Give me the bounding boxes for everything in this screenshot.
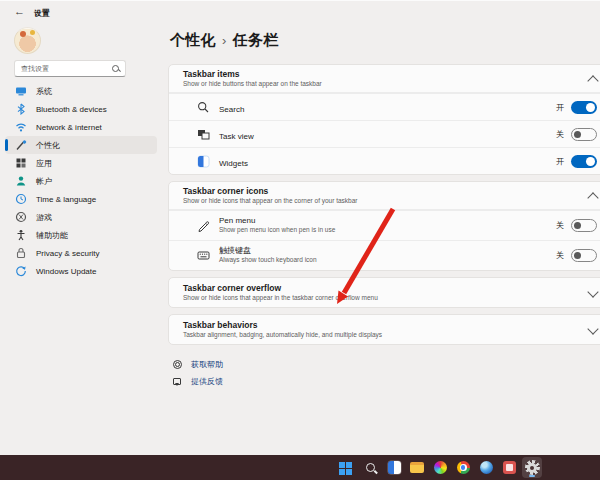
give-feedback-label: 提供反馈 <box>191 376 223 387</box>
sidebar-item-network[interactable]: Network & internet <box>5 118 157 136</box>
setting-label: Task view <box>219 132 254 141</box>
search-input[interactable]: 查找设置 <box>14 60 126 77</box>
setting-sublabel: Show pen menu icon when pen is in use <box>219 226 556 234</box>
sidebar-item-label: 个性化 <box>36 140 60 151</box>
sidebar-item-time-language[interactable]: Time & language <box>5 190 157 208</box>
widgets-icon <box>197 155 210 168</box>
setting-row-widgets: Widgets 开 <box>169 147 600 174</box>
card-taskbar-corner-icons: Taskbar corner icons Show or hide icons … <box>168 181 600 271</box>
toggle-pen-menu[interactable] <box>571 219 597 232</box>
toggle-widgets[interactable] <box>571 155 597 168</box>
lock-icon <box>15 247 27 259</box>
media-app-icon <box>503 461 516 474</box>
taskbar-icons <box>338 457 545 478</box>
maps-app-button[interactable] <box>476 457 496 478</box>
toggle-state-label: 关 <box>556 220 564 231</box>
taskbar-search-button[interactable] <box>361 457 381 478</box>
task-view-icon <box>197 128 210 141</box>
toggle-state-label: 开 <box>556 156 564 167</box>
toggle-knob <box>586 157 595 166</box>
sidebar-item-gaming[interactable]: 游戏 <box>5 208 157 226</box>
file-explorer-button[interactable] <box>407 457 427 478</box>
taskbar-widgets-button[interactable] <box>384 457 404 478</box>
breadcrumb-root[interactable]: 个性化 <box>170 31 216 48</box>
settings-app-button[interactable] <box>522 457 542 478</box>
expander-taskbar-items[interactable]: Taskbar items Show or hide buttons that … <box>169 65 600 93</box>
media-app-button[interactable] <box>499 457 519 478</box>
card-taskbar-items: Taskbar items Show or hide buttons that … <box>168 64 600 175</box>
settings-content: Taskbar items Show or hide buttons that … <box>168 64 600 390</box>
avatar <box>14 27 41 54</box>
toggle-state-label: 开 <box>556 102 564 113</box>
chrome-icon <box>457 461 470 474</box>
pen-icon <box>197 219 210 232</box>
section-title: Taskbar behaviors <box>183 320 581 331</box>
card-taskbar-corner-overflow: Taskbar corner overflow Show or hide ico… <box>168 277 600 308</box>
get-help-label: 获取帮助 <box>191 359 223 370</box>
chrome-button[interactable] <box>453 457 473 478</box>
toggle-task-view[interactable] <box>571 128 597 141</box>
setting-row-touch-keyboard: 触摸键盘 Always show touch keyboard icon 关 <box>169 240 600 270</box>
chevron-up-icon <box>587 192 598 203</box>
sidebar-item-apps[interactable]: 应用 <box>5 154 157 172</box>
sidebar-item-label: 系统 <box>36 86 52 97</box>
expander-taskbar-behaviors[interactable]: Taskbar behaviors Taskbar alignment, bad… <box>169 315 600 344</box>
card-taskbar-behaviors: Taskbar behaviors Taskbar alignment, bad… <box>168 314 600 345</box>
toggle-touch-keyboard[interactable] <box>571 249 597 262</box>
search-icon <box>197 101 210 114</box>
section-title: Taskbar corner overflow <box>183 283 581 294</box>
sidebar-item-label: Privacy & security <box>36 249 100 258</box>
widgets-icon <box>388 461 401 474</box>
apps-icon <box>15 157 27 169</box>
section-title: Taskbar items <box>183 69 581 80</box>
expander-corner-icons[interactable]: Taskbar corner icons Show or hide icons … <box>169 182 600 210</box>
folder-icon <box>410 462 424 473</box>
sidebar-nav: 系统 Bluetooth & devices Network & interne… <box>5 82 157 280</box>
section-subtitle: Show or hide icons that appear on the co… <box>183 197 581 205</box>
photos-app-button[interactable] <box>430 457 450 478</box>
search-placeholder: 查找设置 <box>15 64 112 74</box>
sidebar-item-privacy[interactable]: Privacy & security <box>5 244 157 262</box>
keyboard-icon <box>197 249 210 262</box>
sidebar-item-label: 帐户 <box>36 176 52 187</box>
toggle-knob <box>574 252 581 259</box>
sidebar-item-label: Time & language <box>36 195 96 204</box>
get-help-link[interactable]: 获取帮助 <box>168 356 600 373</box>
breadcrumb: 个性化›任务栏 <box>170 31 278 50</box>
chevron-down-icon <box>587 286 598 297</box>
update-icon <box>15 265 27 277</box>
setting-label: Pen menu <box>219 216 556 226</box>
globe-icon <box>480 461 493 474</box>
bluetooth-icon <box>15 103 27 115</box>
setting-row-task-view: Task view 关 <box>169 120 600 147</box>
start-button[interactable] <box>338 457 358 478</box>
sidebar-item-system[interactable]: 系统 <box>5 82 157 100</box>
sidebar-item-windows-update[interactable]: Windows Update <box>5 262 157 280</box>
window-title: 设置 <box>34 8 50 19</box>
wifi-icon <box>15 121 27 133</box>
sidebar-item-bluetooth[interactable]: Bluetooth & devices <box>5 100 157 118</box>
sidebar: 查找设置 系统 Bluetooth & devices Network & in… <box>0 22 162 455</box>
back-button[interactable]: ← <box>14 5 25 17</box>
accessibility-icon <box>15 229 27 241</box>
sidebar-item-accessibility[interactable]: 辅助功能 <box>5 226 157 244</box>
section-subtitle: Taskbar alignment, badging, automaticall… <box>183 331 581 339</box>
give-feedback-link[interactable]: 提供反馈 <box>168 373 600 390</box>
section-subtitle: Show or hide buttons that appear on the … <box>183 80 581 88</box>
sidebar-item-label: 应用 <box>36 158 52 169</box>
help-icon <box>172 359 183 370</box>
monitor-icon <box>15 85 27 97</box>
person-icon <box>15 175 27 187</box>
chevron-down-icon <box>587 323 598 334</box>
sidebar-item-personalization[interactable]: 个性化 <box>5 136 157 154</box>
windows-logo-icon <box>339 462 345 468</box>
feedback-icon <box>172 376 183 387</box>
search-icon <box>112 65 120 73</box>
toggle-search[interactable] <box>571 101 597 114</box>
expander-corner-overflow[interactable]: Taskbar corner overflow Show or hide ico… <box>169 278 600 307</box>
footer-links: 获取帮助 提供反馈 <box>168 356 600 390</box>
sidebar-item-label: Bluetooth & devices <box>36 105 107 114</box>
toggle-knob <box>574 222 581 229</box>
sidebar-item-accounts[interactable]: 帐户 <box>5 172 157 190</box>
xbox-icon <box>15 211 27 223</box>
